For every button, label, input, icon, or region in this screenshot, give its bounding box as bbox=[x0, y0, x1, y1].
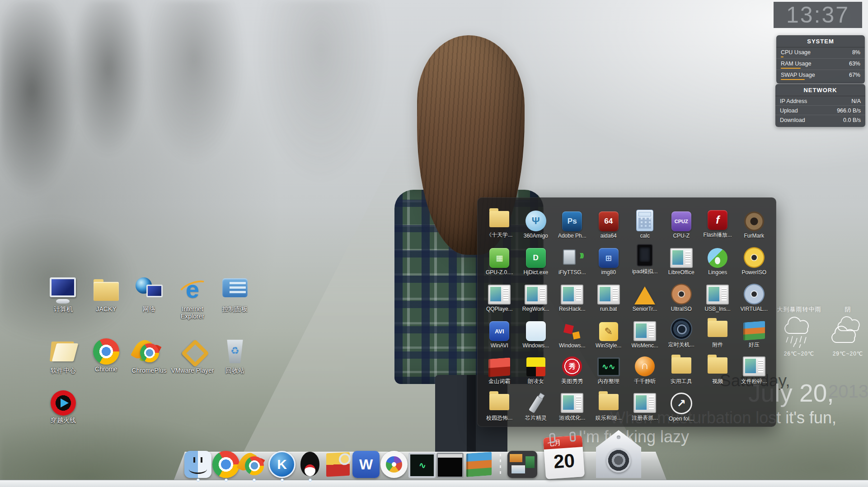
launcher-item[interactable]: 文件粉碎... bbox=[736, 349, 773, 385]
icon-glyph: Ps bbox=[568, 217, 577, 226]
launcher-item[interactable]: QQPlaye... bbox=[481, 276, 518, 312]
chrome-icon bbox=[212, 451, 239, 478]
ie-glyph: e bbox=[178, 276, 207, 304]
desktop-icon-control-panel[interactable]: 控制面板 bbox=[212, 276, 258, 313]
launcher-item[interactable]: ∩千千静听 bbox=[627, 349, 663, 385]
icon-glyph: ✎ bbox=[605, 326, 613, 337]
launcher-item-label: 内存整理 bbox=[598, 378, 619, 385]
launcher-item[interactable]: 《十天学... bbox=[481, 202, 518, 239]
desktop-icon-computer[interactable]: 计算机 bbox=[41, 276, 86, 313]
desktop-icon-vmware-player[interactable]: VMware Player bbox=[170, 337, 215, 374]
usage-bar bbox=[781, 79, 805, 80]
launcher-item[interactable]: ↗Open fol... bbox=[663, 385, 700, 422]
dock-item-wps-writer[interactable]: W bbox=[352, 451, 380, 478]
launcher-item[interactable]: PsAdobe Ph... bbox=[554, 202, 591, 239]
icon-glyph: W bbox=[352, 451, 380, 478]
launcher-item[interactable]: DHjDict.exe bbox=[518, 239, 554, 276]
icon-glyph: ▦ bbox=[496, 253, 503, 263]
dock-item-picasa[interactable] bbox=[380, 451, 408, 478]
folder-icon bbox=[597, 390, 620, 413]
launcher-item[interactable]: LibreOffice bbox=[663, 239, 700, 276]
launcher-item[interactable]: FurMark bbox=[736, 202, 773, 239]
dock-item-chrome[interactable] bbox=[212, 451, 239, 478]
launcher-item[interactable]: ⊞img80 bbox=[591, 239, 627, 276]
desktop-icon-software-center[interactable]: 软件中心 bbox=[41, 337, 86, 374]
launcher-item[interactable]: VIRTUAL... bbox=[736, 276, 773, 312]
launcher-item[interactable]: Windows... bbox=[554, 312, 591, 349]
desktop-icon-label: 回收站 bbox=[212, 367, 258, 374]
dock-item-widgets[interactable] bbox=[507, 451, 537, 478]
launcher-item[interactable]: 校园恐怖... bbox=[481, 385, 518, 422]
launcher-item[interactable]: SeniorTr... bbox=[627, 276, 663, 312]
launcher-item[interactable]: 64aida64 bbox=[591, 202, 627, 239]
desktop-icon-network[interactable]: 网络 bbox=[127, 276, 172, 313]
launcher-item[interactable]: 实用工具 bbox=[663, 349, 700, 385]
icon-glyph: ∿∿ bbox=[602, 362, 615, 372]
disc-icon bbox=[744, 247, 765, 268]
widget-row-label: SWAP Usage bbox=[781, 72, 815, 80]
launcher-item[interactable]: UltraISO bbox=[663, 276, 700, 312]
launcher-item[interactable]: fFlash播放... bbox=[699, 202, 736, 239]
launcher-item[interactable]: run.bat bbox=[591, 276, 627, 312]
launcher-item[interactable]: 金山词霸 bbox=[481, 349, 518, 385]
launcher-item[interactable]: Lingoes bbox=[699, 239, 736, 276]
launcher-item[interactable]: AVIWinAVI bbox=[481, 312, 518, 349]
desktop-icon-label: Chrome bbox=[84, 365, 129, 373]
desktop-icon-chrome[interactable]: Chrome bbox=[84, 337, 129, 373]
widget-row-label: RAM Usage bbox=[781, 61, 811, 69]
launcher-item[interactable]: CPUZCPU-Z bbox=[663, 202, 700, 239]
launcher-item[interactable]: 视频 bbox=[699, 349, 736, 385]
launcher-item[interactable]: ipad模拟... bbox=[627, 239, 663, 276]
dock-item-safe[interactable] bbox=[596, 430, 641, 478]
launcher-item-label: RegWork... bbox=[522, 306, 549, 312]
system-widget-title: SYSTEM bbox=[776, 35, 865, 47]
desktop-icon-chromeplus[interactable]: ChromePlus bbox=[127, 337, 172, 374]
dock-item-winrar[interactable] bbox=[464, 451, 493, 478]
launcher-item-label: 附件 bbox=[712, 341, 723, 349]
dock-item-calendar[interactable]: 七月20 bbox=[543, 435, 585, 479]
launcher-item[interactable]: 朗读女 bbox=[518, 349, 554, 385]
launcher-item[interactable]: 游戏优化... bbox=[554, 385, 591, 422]
dock-item-dictionary[interactable] bbox=[324, 451, 352, 478]
launcher-item[interactable]: PowerISO bbox=[736, 239, 773, 276]
floor-strip bbox=[0, 480, 868, 487]
launcher-item-label: 好压 bbox=[749, 341, 760, 349]
launcher-item[interactable]: Windows... bbox=[518, 312, 554, 349]
icon-glyph: ))) bbox=[580, 252, 583, 258]
launcher-item[interactable]: calc bbox=[627, 202, 663, 239]
launcher-item[interactable]: ✎WinStyle... bbox=[591, 312, 627, 349]
launcher-item[interactable]: ∿∿内存整理 bbox=[591, 349, 627, 385]
launcher-item[interactable]: 注册表抓... bbox=[627, 385, 663, 422]
launcher-item-label: 《十天学... bbox=[486, 231, 512, 239]
dock-item-qq[interactable] bbox=[296, 451, 324, 478]
launcher-item[interactable]: 娱乐和游... bbox=[591, 385, 627, 422]
launcher-item[interactable]: RegWork... bbox=[518, 276, 554, 312]
dock-item-chromeplus[interactable] bbox=[240, 451, 267, 478]
dock-item-finder[interactable] bbox=[184, 451, 211, 478]
usb-icon bbox=[529, 395, 543, 413]
desktop-icon-crossfire[interactable]: 穿越火线 bbox=[41, 389, 86, 424]
desktop-icon-jacky[interactable]: JACKY bbox=[84, 276, 129, 313]
launcher-item[interactable]: ResHack... bbox=[554, 276, 591, 312]
launcher-item[interactable]: 芯片精灵 bbox=[518, 385, 554, 422]
window-icon bbox=[525, 285, 547, 304]
widget-row-value: 67% bbox=[849, 72, 860, 78]
launcher-item[interactable]: 秀美图秀秀 bbox=[554, 349, 591, 385]
launcher-item[interactable]: 好压 bbox=[736, 312, 773, 349]
widget-row-value: 966.0 B/s bbox=[837, 108, 861, 114]
desktop-icon-ie[interactable]: eInternet Explorer bbox=[170, 276, 215, 320]
desktop-icon-label: Internet Explorer bbox=[170, 305, 215, 320]
dock-item-terminal[interactable] bbox=[436, 450, 464, 478]
widget-row: IP AddressN/A bbox=[775, 96, 865, 105]
icon-glyph: CPUZ bbox=[675, 219, 688, 224]
launcher-item[interactable]: USB_Ins... bbox=[699, 276, 736, 312]
launcher-item[interactable]: 附件 bbox=[699, 312, 736, 349]
launcher-item[interactable]: ▦GPU-Z.0.... bbox=[481, 239, 518, 276]
launcher-item[interactable]: Ψ360Amigo bbox=[518, 202, 554, 239]
launcher-item[interactable]: WisMenc... bbox=[627, 312, 663, 349]
dock-item-system-monitor[interactable]: ∿ bbox=[408, 450, 436, 478]
desktop-icon-recycle-bin[interactable]: ♻回收站 bbox=[212, 337, 258, 374]
dock-item-k-player[interactable]: K bbox=[268, 451, 296, 478]
launcher-item[interactable]: )))iFlyTTSG... bbox=[554, 239, 591, 276]
launcher-item[interactable]: 定时关机... bbox=[663, 312, 700, 349]
